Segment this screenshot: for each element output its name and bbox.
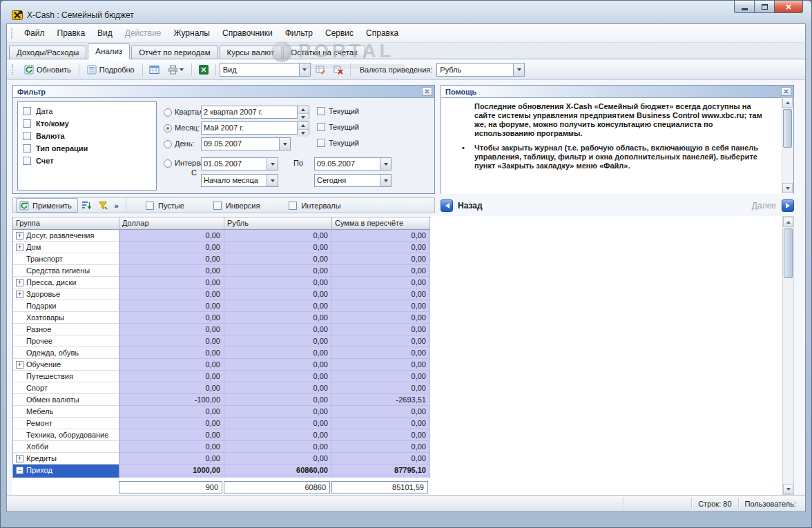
table-row[interactable]: +Пресса, диски0,000,000,00 xyxy=(13,277,431,289)
scroll-down-button[interactable] xyxy=(782,183,793,193)
interval-to-combobox[interactable]: 09.05.2007 xyxy=(314,157,392,170)
table-row[interactable]: Обмен валюты-100,000,00-2693,51 xyxy=(13,394,431,406)
checkbox[interactable] xyxy=(23,119,31,128)
quarter-radio[interactable] xyxy=(164,108,172,117)
scroll-thumb[interactable] xyxy=(784,228,793,278)
checkbox[interactable] xyxy=(23,144,31,153)
menubar-grip[interactable] xyxy=(11,28,14,39)
table-row[interactable]: Хобби0,000,000,00 xyxy=(13,441,431,453)
toolbar-overflow-button[interactable]: » xyxy=(111,202,122,210)
spin-up-button[interactable] xyxy=(298,106,309,114)
day-combobox[interactable]: 09.05.2007 xyxy=(201,137,291,150)
tab-item[interactable]: Отчёт по периодам xyxy=(131,46,218,59)
from-preset-dropdown-button[interactable] xyxy=(267,175,278,186)
day-radio[interactable] xyxy=(164,140,172,148)
grid-view-button[interactable] xyxy=(146,62,163,77)
day-current-checkbox[interactable]: Текущий xyxy=(317,139,359,147)
column-header-total[interactable]: Сумма в пересчёте xyxy=(332,217,430,230)
tab-item[interactable]: Курсы валют xyxy=(220,46,282,59)
tab-item[interactable]: Остатки на счетах xyxy=(283,46,365,59)
currency-dropdown-button[interactable] xyxy=(513,63,524,76)
table-row[interactable]: Путешествия0,000,000,00 xyxy=(13,371,431,382)
view-dropdown-button[interactable] xyxy=(299,63,310,76)
menu-item[interactable]: Правка xyxy=(51,26,92,41)
help-panel-header[interactable]: Помощь xyxy=(441,86,793,98)
expand-icon[interactable]: + xyxy=(16,232,23,239)
menu-item[interactable]: Сервис xyxy=(319,26,360,41)
checkbox[interactable] xyxy=(317,107,325,115)
title-bar[interactable]: X-Cash : Семейный бюджет xyxy=(1,1,811,23)
maximize-button[interactable] xyxy=(754,1,774,13)
filter-category[interactable]: Тип операции xyxy=(19,142,155,155)
filter-category[interactable]: Счет xyxy=(19,155,155,167)
interval-from-dropdown-button[interactable] xyxy=(267,158,278,170)
spin-down-button[interactable] xyxy=(298,130,309,137)
checkbox[interactable] xyxy=(23,157,31,165)
collapse-icon[interactable]: − xyxy=(16,467,23,474)
table-row[interactable]: Подарки0,000,000,00 xyxy=(13,300,431,312)
checkbox[interactable] xyxy=(23,107,31,115)
sort-button[interactable] xyxy=(78,198,95,213)
column-header-ruble[interactable]: Рубль xyxy=(224,217,332,230)
quarter-current-checkbox[interactable]: Текущий xyxy=(317,107,359,115)
table-row[interactable]: −Приход1000,0060860,0087795,10 xyxy=(13,465,431,476)
tab-active[interactable]: Анализ xyxy=(88,43,130,59)
menu-item[interactable]: Справочники xyxy=(216,26,279,41)
table-row[interactable]: Техника, оборудование0,000,000,00 xyxy=(13,429,431,441)
menu-item[interactable]: Фильтр xyxy=(279,26,319,41)
refresh-button[interactable]: Обновить xyxy=(20,62,75,77)
clear-view-button[interactable] xyxy=(330,62,347,77)
back-button[interactable] xyxy=(441,199,453,212)
scroll-up-button[interactable] xyxy=(782,97,793,108)
intervals-option[interactable]: Интервалы xyxy=(289,202,340,210)
empty-option[interactable]: Пустые xyxy=(146,202,184,210)
menu-item[interactable]: Файл xyxy=(18,26,51,41)
filter-category[interactable]: Дата xyxy=(19,105,155,117)
edit-view-button[interactable] xyxy=(312,62,329,77)
table-row[interactable]: +Здоровье0,000,000,00 xyxy=(13,289,431,300)
scroll-up-button[interactable] xyxy=(783,217,793,227)
interval-from-combobox[interactable]: 01.05.2007 xyxy=(201,157,278,170)
table-row[interactable]: +Кредиты0,000,000,00 xyxy=(13,453,431,465)
scroll-thumb[interactable] xyxy=(783,109,792,148)
menu-item[interactable]: Вид xyxy=(91,26,119,41)
apply-button[interactable]: Применить xyxy=(16,198,78,213)
from-preset-combobox[interactable]: Начало месяца xyxy=(201,174,278,187)
scroll-track[interactable] xyxy=(782,108,793,183)
view-combobox[interactable]: Вид xyxy=(220,63,311,77)
scroll-down-button[interactable] xyxy=(783,484,793,494)
menu-item[interactable]: Справка xyxy=(360,26,405,41)
filter-category[interactable]: Валюта xyxy=(19,130,155,142)
quarter-combobox[interactable]: 2 квартал 2007 г. xyxy=(201,106,309,119)
inversion-option[interactable]: Инверсия xyxy=(213,202,260,210)
expand-icon[interactable]: + xyxy=(16,279,23,286)
checkbox[interactable] xyxy=(146,202,154,210)
column-header-group[interactable]: Группа xyxy=(13,217,119,230)
filter-close-button[interactable] xyxy=(422,87,432,96)
filter-category[interactable]: Кто/кому xyxy=(19,117,155,130)
spin-down-button[interactable] xyxy=(298,114,309,121)
checkbox[interactable] xyxy=(317,139,325,147)
checkbox[interactable] xyxy=(23,132,31,140)
month-current-checkbox[interactable]: Текущий xyxy=(317,123,359,131)
toolbar-grip[interactable] xyxy=(12,64,15,75)
column-header-dollar[interactable]: Доллар xyxy=(119,217,224,230)
checkbox[interactable] xyxy=(213,202,222,210)
to-preset-combobox[interactable]: Сегодня xyxy=(314,174,392,187)
month-combobox[interactable]: Май 2007 г. xyxy=(201,121,309,135)
table-row[interactable]: +Обучение0,000,000,00 xyxy=(13,359,431,371)
spin-up-button[interactable] xyxy=(298,122,309,130)
table-row[interactable]: Средства гигиены0,000,000,00 xyxy=(13,265,431,277)
details-button[interactable]: Подробно xyxy=(83,62,139,77)
table-row[interactable]: 0,000,000,00 xyxy=(13,476,431,478)
table-row[interactable]: Прочее0,000,000,00 xyxy=(13,335,431,347)
checkbox[interactable] xyxy=(317,123,325,131)
close-button[interactable] xyxy=(774,1,803,13)
table-row[interactable]: +Дом0,000,000,00 xyxy=(13,242,431,253)
table-row[interactable]: Хозтовары0,000,000,00 xyxy=(13,312,431,324)
interval-radio[interactable] xyxy=(164,159,172,168)
table-row[interactable]: Одежда, обувь0,000,000,00 xyxy=(13,347,431,359)
expand-icon[interactable]: + xyxy=(16,244,23,251)
table-row[interactable]: Спорт0,000,000,00 xyxy=(13,382,431,394)
help-close-button[interactable] xyxy=(781,87,791,96)
